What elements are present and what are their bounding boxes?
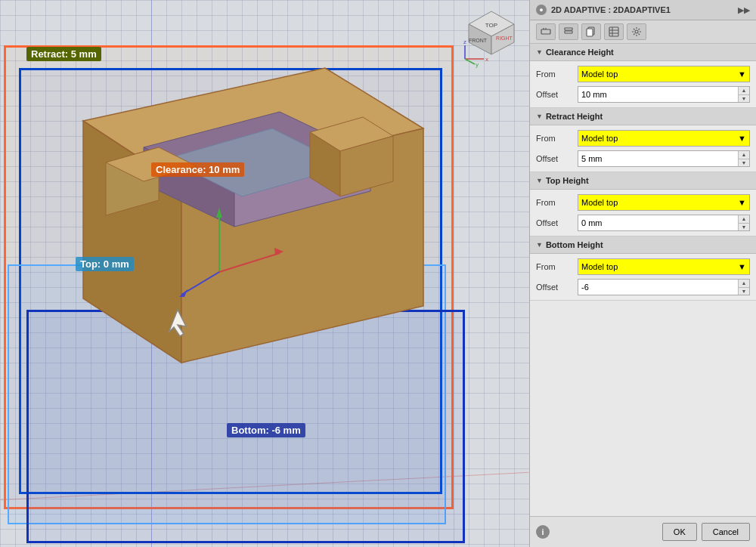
svg-text:FRONT: FRONT (469, 38, 488, 43)
viewport[interactable]: TOP FRONT RIGHT x z y Retract: 5 mm Clea… (0, 0, 529, 547)
bottom-offset-input-wrap: ▲ ▼ (578, 279, 750, 295)
clearance-from-select[interactable]: Model top ▼ (578, 66, 750, 82)
svg-rect-37 (587, 29, 593, 36)
top-arrow-icon: ▼ (536, 177, 543, 184)
clearance-arrow-icon: ▼ (536, 48, 543, 56)
retract-from-label: From (536, 134, 578, 143)
retract-label: Retract: 5 mm (26, 47, 101, 61)
svg-rect-31 (541, 29, 550, 34)
top-label: Top: 0 mm (76, 257, 134, 271)
top-from-value: Model top (581, 198, 618, 207)
top-from-label: From (536, 198, 578, 207)
svg-rect-34 (565, 28, 572, 30)
panel-title: 2D ADAPTIVE : 2DADAPTIVE1 (551, 5, 733, 14)
panel-expand-button[interactable]: ▶▶ (738, 5, 750, 15)
panel-spacer (530, 301, 756, 516)
retract-height-title: Retract Height (546, 112, 603, 121)
svg-rect-35 (565, 31, 572, 33)
clearance-from-label: From (536, 70, 578, 79)
clearance-from-arrow-icon: ▼ (738, 70, 746, 79)
bottom-from-row: From Model top ▼ (536, 258, 750, 275)
clearance-offset-down[interactable]: ▼ (739, 95, 749, 103)
cancel-button[interactable]: Cancel (702, 523, 750, 541)
top-offset-row: Offset ▲ ▼ (536, 215, 750, 231)
retract-offset-down[interactable]: ▼ (739, 159, 749, 167)
top-height-form: From Model top ▼ Offset ▲ ▼ (530, 190, 756, 236)
bottom-height-form: From Model top ▼ Offset ▲ ▼ (530, 254, 756, 301)
panel-toolbar (530, 20, 756, 44)
retract-offset-input[interactable] (578, 154, 738, 163)
bottom-arrow-icon: ▼ (536, 241, 543, 249)
bottom-offset-spinner: ▲ ▼ (738, 280, 749, 295)
clearance-from-row: From Model top ▼ (536, 66, 750, 82)
top-from-arrow-icon: ▼ (738, 198, 746, 207)
top-offset-up[interactable]: ▲ (739, 215, 749, 224)
tool-button[interactable] (536, 23, 556, 40)
svg-point-42 (635, 30, 638, 33)
panel-footer: i OK Cancel (530, 516, 756, 547)
settings-panel: ● 2D ADAPTIVE : 2DADAPTIVE1 ▶▶ ▼ Clearan… (529, 0, 756, 547)
bottom-height-section-header[interactable]: ▼ Bottom Height (530, 236, 756, 254)
clearance-offset-up[interactable]: ▲ (739, 87, 749, 95)
top-offset-input-wrap: ▲ ▼ (578, 215, 750, 231)
top-offset-down[interactable]: ▼ (739, 224, 749, 231)
top-from-row: From Model top ▼ (536, 194, 750, 211)
top-offset-input[interactable] (578, 218, 738, 227)
table-button[interactable] (604, 23, 624, 40)
clearance-from-value: Model top (581, 70, 618, 79)
panel-header: ● 2D ADAPTIVE : 2DADAPTIVE1 ▶▶ (530, 0, 756, 20)
retract-offset-row: Offset ▲ ▼ (536, 150, 750, 167)
info-button[interactable]: i (536, 525, 550, 539)
top-from-select[interactable]: Model top ▼ (578, 194, 750, 211)
retract-from-value: Model top (581, 134, 618, 143)
retract-offset-input-wrap: ▲ ▼ (578, 150, 750, 167)
layers-button[interactable] (559, 23, 578, 40)
svg-text:TOP: TOP (485, 22, 497, 29)
clearance-height-section-header[interactable]: ▼ Clearance Height (530, 44, 756, 61)
svg-rect-38 (609, 27, 618, 36)
retract-height-section-header[interactable]: ▼ Retract Height (530, 108, 756, 125)
clearance-label: Clearance: 10 mm (151, 162, 244, 177)
clearance-offset-row: Offset ▲ ▼ (536, 86, 750, 103)
clearance-offset-spinner: ▲ ▼ (738, 87, 749, 102)
clearance-offset-input[interactable] (578, 90, 738, 99)
3d-model (45, 60, 438, 408)
bottom-from-label: From (536, 262, 578, 271)
bottom-height-title: Bottom Height (546, 240, 603, 249)
retract-height-form: From Model top ▼ Offset ▲ ▼ (530, 125, 756, 172)
bottom-from-select[interactable]: Model top ▼ (578, 258, 750, 275)
bottom-offset-up[interactable]: ▲ (739, 280, 749, 288)
settings-button[interactable] (627, 23, 646, 40)
panel-status-icon: ● (536, 5, 547, 15)
clearance-height-title: Clearance Height (546, 48, 614, 57)
retract-offset-label: Offset (536, 154, 578, 163)
retract-offset-spinner: ▲ ▼ (738, 151, 749, 166)
copy-button[interactable] (581, 23, 601, 40)
retract-from-arrow-icon: ▼ (738, 134, 746, 143)
nav-cube[interactable]: TOP FRONT RIGHT x z y (461, 8, 522, 68)
svg-text:y: y (476, 61, 479, 68)
top-offset-spinner: ▲ ▼ (738, 215, 749, 230)
top-offset-label: Offset (536, 218, 578, 227)
bottom-offset-input[interactable] (578, 283, 738, 292)
svg-text:x: x (485, 56, 488, 63)
clearance-offset-input-wrap: ▲ ▼ (578, 86, 750, 103)
svg-line-10 (465, 59, 475, 64)
bottom-offset-label: Offset (536, 283, 578, 292)
top-height-title: Top Height (546, 176, 589, 185)
retract-from-select[interactable]: Model top ▼ (578, 130, 750, 147)
retract-from-row: From Model top ▼ (536, 130, 750, 147)
bottom-from-value: Model top (581, 262, 618, 271)
bottom-offset-down[interactable]: ▼ (739, 288, 749, 295)
svg-text:RIGHT: RIGHT (496, 36, 513, 41)
retract-offset-up[interactable]: ▲ (739, 151, 749, 159)
ok-button[interactable]: OK (662, 523, 697, 541)
top-height-section-header[interactable]: ▼ Top Height (530, 172, 756, 190)
bottom-from-arrow-icon: ▼ (738, 262, 746, 271)
bottom-label: Bottom: -6 mm (227, 423, 305, 437)
svg-text:z: z (463, 39, 466, 45)
clearance-height-form: From Model top ▼ Offset ▲ ▼ (530, 61, 756, 108)
clearance-offset-label: Offset (536, 90, 578, 99)
retract-arrow-icon: ▼ (536, 113, 543, 120)
bottom-offset-row: Offset ▲ ▼ (536, 279, 750, 295)
